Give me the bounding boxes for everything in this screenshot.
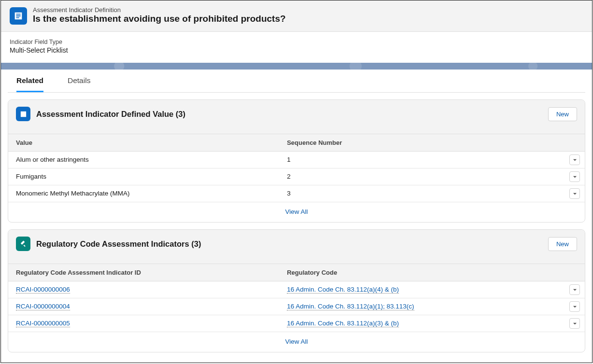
row-actions-button[interactable] [569,301,580,312]
tab-details[interactable]: Details [68,70,90,92]
table-header: Value Sequence Number [8,134,585,152]
view-all-link[interactable]: View All [285,208,308,215]
regulatory-code-icon [16,237,30,251]
row-actions-button[interactable] [569,318,580,329]
page-title: Is the establishment avoiding use of pro… [33,14,286,24]
new-button[interactable]: New [548,237,577,251]
row-actions-button[interactable] [569,171,580,182]
card-assessment-indicator-defined-value: Assessment Indicator Defined Value (3) N… [8,99,585,223]
divider-band [1,63,592,70]
tabs: Related Details [8,70,585,93]
cell-sequence: 1 [279,152,565,168]
row-actions-button[interactable] [569,284,580,295]
code-link[interactable]: 16 Admin. Code Ch. 83.112(a)(1); 83.113(… [287,303,414,310]
col-sequence-header: Sequence Number [279,134,565,151]
row-actions-button[interactable] [569,188,580,199]
assessment-indicator-icon [10,7,27,25]
rcai-link[interactable]: RCAI-0000000006 [16,286,70,294]
defined-value-icon [16,107,30,121]
card-title: Assessment Indicator Defined Value (3) [36,110,185,119]
card-regulatory-code-assessment-indicators: Regulatory Code Assessment Indicators (3… [8,229,585,352]
new-button[interactable]: New [548,107,577,121]
cell-sequence: 3 [279,185,565,202]
table-row: RCAI-0000000004 16 Admin. Code Ch. 83.11… [8,298,585,315]
col-code-header: Regulatory Code [279,264,565,281]
card-title: Regulatory Code Assessment Indicators (3… [36,239,201,249]
cell-value: Monomeric Methyl Methacrylate (MMA) [8,185,279,202]
table-row: RCAI-0000000006 16 Admin. Code Ch. 83.11… [8,281,585,298]
field-block: Indicator Field Type Multi-Select Pickli… [1,32,592,63]
col-id-header: Regulatory Code Assessment Indicator ID [8,264,279,281]
field-label: Indicator Field Type [10,39,583,45]
code-link[interactable]: 16 Admin. Code Ch. 83.112(a)(4) & (b) [287,286,399,294]
rcai-link[interactable]: RCAI-0000000004 [16,303,70,310]
table-row: Fumigants 2 [8,168,585,185]
tab-related[interactable]: Related [16,70,43,92]
cell-value: Fumigants [8,168,279,185]
col-value-header: Value [8,134,279,151]
table-row: RCAI-0000000005 16 Admin. Code Ch. 83.11… [8,315,585,332]
row-actions-button[interactable] [569,154,580,165]
code-link[interactable]: 16 Admin. Code Ch. 83.112(a)(3) & (b) [287,320,399,327]
page-header: Assessment Indicator Definition Is the e… [1,0,592,32]
table-header: Regulatory Code Assessment Indicator ID … [8,264,585,281]
cell-sequence: 2 [279,168,565,185]
view-all-link[interactable]: View All [285,338,308,345]
cell-value: Alum or other astringents [8,152,279,168]
table-row: Monomeric Methyl Methacrylate (MMA) 3 [8,185,585,202]
header-subtitle: Assessment Indicator Definition [33,6,286,14]
rcai-link[interactable]: RCAI-0000000005 [16,320,70,327]
field-value: Multi-Select Picklist [10,46,583,54]
table-row: Alum or other astringents 1 [8,152,585,168]
